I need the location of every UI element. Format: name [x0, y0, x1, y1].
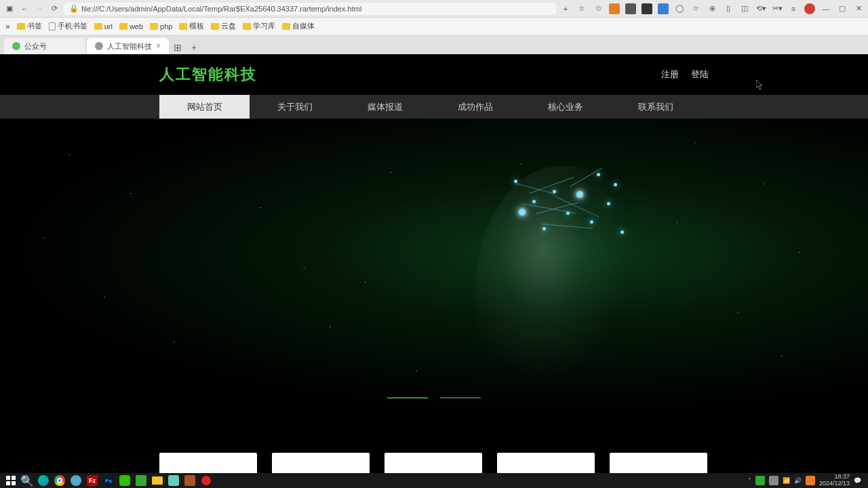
taskbar-edge-icon[interactable] [35, 473, 52, 488]
clock-date[interactable]: 2024/12/13 [819, 481, 850, 487]
browser-tab[interactable]: 公众号 [4, 38, 85, 54]
slide-indicator-1[interactable] [387, 397, 428, 399]
nav-business[interactable]: 核心业务 [520, 95, 610, 119]
ext-icon-1[interactable] [609, 3, 620, 14]
bookmark-item[interactable]: 手机书签 [49, 21, 87, 31]
notifications-icon[interactable]: 💬 [854, 477, 861, 484]
svg-rect-3 [12, 481, 16, 485]
feature-card[interactable]: 人工智能 [610, 453, 707, 473]
bookmark-item[interactable]: php [150, 22, 172, 30]
tray-volume-icon[interactable]: 🔊 [794, 477, 802, 484]
ext-cut-icon[interactable]: ✂▾ [772, 3, 783, 14]
auth-links: 注册 登陆 [661, 68, 709, 81]
bookmark-item[interactable]: 自媒体 [282, 21, 315, 31]
add-icon[interactable]: + [560, 3, 571, 14]
taskbar-chrome-icon[interactable] [52, 473, 68, 488]
taskbar-explorer-icon[interactable] [149, 473, 165, 488]
taskbar-app2-icon[interactable] [165, 473, 182, 488]
tab-favicon [12, 42, 20, 50]
menu-icon[interactable]: ≡ [788, 3, 799, 14]
close-tab-icon[interactable]: × [156, 41, 161, 51]
hero-banner [0, 119, 868, 415]
forward-icon[interactable]: → [34, 3, 45, 14]
favorite-icon[interactable]: ☆ [576, 3, 587, 14]
bookmark-item[interactable]: web [119, 22, 143, 30]
bookmark-item[interactable]: 云盘 [211, 21, 236, 31]
taskbar-app3-icon[interactable] [182, 473, 198, 488]
ext-icon-5[interactable]: ◯ [674, 3, 685, 14]
expand-bookmarks-icon[interactable]: » [5, 22, 10, 31]
svg-rect-2 [6, 481, 10, 485]
tray-wifi-icon[interactable]: 📶 [783, 477, 790, 484]
star-icon[interactable]: ✩ [593, 3, 604, 14]
svg-rect-1 [12, 476, 16, 480]
ext-star-icon[interactable]: ☆ [690, 3, 701, 14]
feature-cards: 大数据服务 智能驾驶 计算机视觉 语音识别 人工智能 [0, 415, 868, 473]
feature-card[interactable]: 语音识别 [497, 453, 595, 473]
ext-icon-4[interactable] [658, 3, 669, 14]
tab-list-icon[interactable]: ⊞ [170, 41, 185, 54]
new-tab-icon[interactable]: + [186, 41, 201, 54]
ext-cube-icon[interactable]: ◫ [739, 3, 750, 14]
nav-home[interactable]: 网站首页 [159, 95, 250, 119]
taskbar-wechat-icon[interactable] [117, 473, 133, 488]
ext-icon-3[interactable] [642, 3, 652, 14]
ext-download-icon[interactable]: ⊕ [707, 3, 717, 14]
taskbar-browser-icon[interactable] [68, 473, 84, 488]
search-icon[interactable]: 🔍 [19, 473, 35, 488]
site-header: 人工智能科技 注册 登陆 [0, 54, 868, 95]
browser-toolbar: ▣ ← → ⟳ 🔒 file:///C:/Users/admin/AppData… [0, 0, 868, 18]
feature-card[interactable]: 智能驾驶 [272, 453, 370, 473]
site-logo[interactable]: 人工智能科技 [159, 64, 257, 85]
register-link[interactable]: 注册 [661, 68, 679, 81]
toolbar-right: + ☆ ✩ ◯ ☆ ⊕ ▯ ◫ ⟲▾ ✂▾ ≡ — ▢ ✕ [560, 3, 864, 14]
page-viewport[interactable]: 人工智能科技 注册 登陆 网站首页 关于我们 媒体报道 成功作品 核心业务 联系… [0, 54, 868, 473]
tray-icon[interactable] [755, 476, 765, 485]
nav-work[interactable]: 成功作品 [430, 95, 520, 119]
bookmark-item[interactable]: 书签 [17, 21, 42, 31]
ext-history-icon[interactable]: ⟲▾ [755, 3, 766, 14]
start-button[interactable] [3, 473, 19, 488]
tray-icon[interactable] [769, 476, 778, 485]
close-window-icon[interactable]: ✕ [853, 3, 864, 14]
profile-avatar[interactable] [804, 3, 815, 14]
ai-head-graphic [454, 146, 644, 403]
taskbar-record-icon[interactable] [198, 473, 214, 488]
nav-media[interactable]: 媒体报道 [340, 95, 430, 119]
taskbar-app-icon[interactable] [133, 473, 149, 488]
bookmark-item[interactable]: 学习库 [243, 21, 275, 31]
tray-chevron-icon[interactable]: ˄ [748, 477, 751, 484]
tab-title: 公众号 [24, 41, 47, 52]
ext-icon-2[interactable] [625, 3, 636, 14]
feature-card[interactable]: 大数据服务 [159, 453, 257, 473]
tab-favicon [95, 42, 103, 50]
back-icon[interactable]: ← [19, 3, 30, 14]
address-bar[interactable]: 🔒 file:///C:/Users/admin/AppData/Local/T… [64, 3, 556, 15]
login-link[interactable]: 登陆 [691, 68, 709, 81]
browser-tab-active[interactable]: 人工智能科技 × [87, 38, 169, 54]
bookmark-item[interactable]: url [94, 22, 113, 30]
ext-phone-icon[interactable]: ▯ [723, 3, 734, 14]
maximize-icon[interactable]: ▢ [837, 3, 848, 14]
sidebar-toggle-icon[interactable]: ▣ [4, 3, 15, 14]
slider-indicators [387, 397, 481, 399]
tab-strip: 公众号 人工智能科技 × ⊞ + [0, 35, 868, 54]
tray-icon[interactable] [806, 476, 815, 485]
nav-about[interactable]: 关于我们 [250, 95, 340, 119]
nav-contact[interactable]: 联系我们 [610, 95, 701, 119]
main-nav: 网站首页 关于我们 媒体报道 成功作品 核心业务 联系我们 [0, 95, 868, 119]
url-text: file:///C:/Users/admin/AppData/Local/Tem… [81, 5, 361, 13]
svg-rect-0 [6, 476, 10, 480]
feature-card[interactable]: 计算机视觉 [384, 453, 482, 473]
bookmark-item[interactable]: 模板 [179, 21, 204, 31]
slide-indicator-2[interactable] [440, 397, 481, 399]
taskbar-ps-icon[interactable]: Ps [100, 473, 117, 488]
reload-icon[interactable]: ⟳ [49, 3, 60, 14]
system-tray: ˄ 📶 🔊 18:37 2024/12/13 💬 [748, 474, 865, 487]
tab-title: 人工智能科技 [107, 41, 152, 52]
windows-taskbar: 🔍 Fz Ps ˄ 📶 🔊 18:37 2024/12/13 💬 [0, 473, 868, 488]
taskbar-filezilla-icon[interactable]: Fz [84, 473, 100, 488]
minimize-icon[interactable]: — [821, 3, 831, 14]
starfield [0, 119, 868, 415]
bookmarks-bar: » 书签 手机书签 url web php 模板 云盘 学习库 自媒体 [0, 18, 868, 35]
